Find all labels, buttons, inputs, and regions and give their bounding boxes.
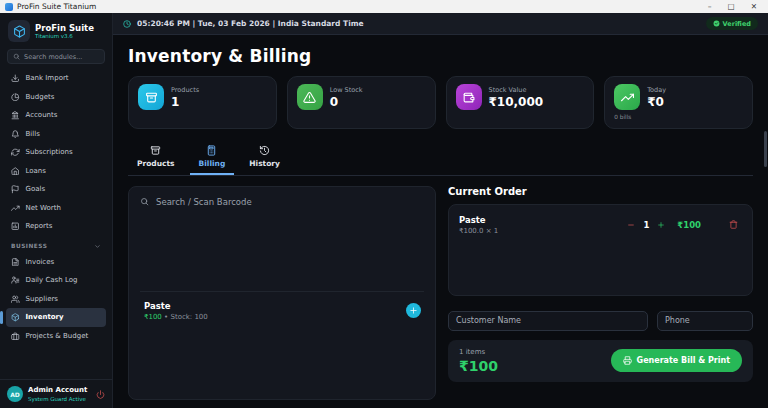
stat-value: 0 bbox=[330, 95, 363, 109]
sidebar-section-business[interactable]: BUSINESS bbox=[6, 236, 106, 253]
box-icon bbox=[145, 91, 158, 104]
stat-card-today: Today ₹0 0 bills bbox=[604, 76, 753, 129]
tab-history[interactable]: History bbox=[240, 141, 289, 175]
tab-billing[interactable]: Billing bbox=[190, 141, 235, 175]
sidebar-item-label: Inventory bbox=[26, 313, 64, 321]
logout-button[interactable] bbox=[96, 387, 105, 402]
low-stock-stat-icon bbox=[297, 84, 323, 110]
brand-logo-icon bbox=[8, 20, 30, 42]
module-search[interactable] bbox=[7, 49, 105, 64]
trending-up-icon bbox=[11, 204, 20, 213]
sidebar-nav: Bank Import Budgets Accounts Bills Subsc… bbox=[0, 69, 112, 379]
order-item-name: Paste bbox=[459, 215, 498, 225]
sidebar-item-projects-budget[interactable]: Projects & Budget bbox=[6, 327, 106, 346]
users-icon bbox=[11, 295, 20, 304]
add-to-order-button[interactable] bbox=[406, 303, 421, 318]
order-item-row: Paste ₹100.0 × 1 1 ₹100 bbox=[459, 215, 742, 236]
plus-icon bbox=[409, 306, 418, 315]
section-label: BUSINESS bbox=[11, 243, 47, 249]
minus-icon bbox=[627, 221, 635, 229]
sidebar-item-invoices[interactable]: Invoices bbox=[6, 253, 106, 272]
current-order-panel: Current Order Paste ₹100.0 × 1 1 bbox=[448, 186, 753, 401]
download-icon bbox=[11, 74, 20, 83]
sidebar-item-daily-cash-log[interactable]: Daily Cash Log bbox=[6, 271, 106, 290]
today-bills-count: 0 bills bbox=[614, 114, 743, 120]
sidebar-item-label: Projects & Budget bbox=[26, 332, 89, 340]
products-stat-icon bbox=[138, 84, 164, 110]
chevron-down-icon bbox=[94, 243, 101, 250]
sidebar-item-goals[interactable]: Goals bbox=[6, 180, 106, 199]
sidebar-item-label: Bills bbox=[26, 130, 40, 138]
datetime-text: 05:20:46 PM | Tue, 03 Feb 2026 | India S… bbox=[137, 19, 700, 28]
order-item-detail: ₹100.0 × 1 bbox=[459, 227, 498, 235]
sidebar-item-label: Reports bbox=[26, 222, 53, 230]
account-status: System Guard Active bbox=[28, 396, 87, 402]
sidebar-item-label: Daily Cash Log bbox=[26, 276, 78, 284]
generate-bill-button[interactable]: Generate Bill & Print bbox=[611, 349, 742, 372]
stat-value: ₹0 bbox=[647, 95, 666, 109]
sidebar-item-bank-import[interactable]: Bank Import bbox=[6, 69, 106, 88]
tab-products[interactable]: Products bbox=[128, 141, 184, 175]
sidebar-item-label: Suppliers bbox=[26, 295, 59, 303]
maximize-button[interactable]: □ bbox=[728, 3, 735, 11]
customer-fields bbox=[448, 311, 753, 331]
pie-chart-icon bbox=[11, 93, 20, 102]
barcode-search-input[interactable] bbox=[156, 197, 424, 207]
close-button[interactable]: ✕ bbox=[751, 3, 757, 11]
trash-icon bbox=[729, 220, 738, 229]
search-icon bbox=[13, 53, 20, 60]
remove-item-button[interactable] bbox=[729, 220, 738, 229]
increase-quantity-button[interactable] bbox=[657, 221, 665, 229]
brand-name: ProFin Suite bbox=[35, 23, 94, 33]
verified-badge: Verified bbox=[706, 17, 758, 30]
product-name: Paste bbox=[144, 301, 208, 311]
module-search-input[interactable] bbox=[24, 53, 99, 61]
clock-icon bbox=[123, 20, 131, 28]
order-items-card: Paste ₹100.0 × 1 1 ₹100 bbox=[448, 204, 753, 296]
phone-input[interactable] bbox=[657, 311, 753, 331]
sidebar-item-subscriptions[interactable]: Subscriptions bbox=[6, 143, 106, 162]
bar-chart-icon bbox=[11, 222, 20, 231]
app-icon bbox=[5, 3, 13, 11]
order-title: Current Order bbox=[448, 186, 753, 197]
box-icon bbox=[150, 145, 161, 156]
sidebar-item-accounts[interactable]: Accounts bbox=[6, 106, 106, 125]
sidebar-item-budgets[interactable]: Budgets bbox=[6, 88, 106, 107]
page-title: Inventory & Billing bbox=[128, 46, 753, 66]
sidebar-item-net-worth[interactable]: Net Worth bbox=[6, 199, 106, 218]
decrease-quantity-button[interactable] bbox=[627, 221, 635, 229]
bank-icon bbox=[11, 111, 20, 120]
product-search-panel: Paste ₹100 • Stock: 100 bbox=[128, 186, 436, 401]
account-footer: AD Admin Account System Guard Active bbox=[0, 379, 112, 408]
sidebar-item-inventory[interactable]: Inventory bbox=[6, 308, 106, 327]
generate-bill-label: Generate Bill & Print bbox=[637, 356, 730, 365]
stat-label: Low Stock bbox=[330, 86, 363, 94]
sidebar-item-reports[interactable]: Reports bbox=[6, 217, 106, 236]
stat-value: ₹10,000 bbox=[489, 95, 544, 109]
sidebar-item-loans[interactable]: Loans bbox=[6, 162, 106, 181]
file-text-icon bbox=[11, 258, 20, 267]
sidebar-item-bills[interactable]: Bills bbox=[6, 125, 106, 144]
stock-value-stat-icon bbox=[456, 84, 482, 110]
order-item-amount: ₹100 bbox=[677, 220, 701, 230]
home-icon bbox=[11, 167, 20, 176]
flag-icon bbox=[11, 185, 20, 194]
brand-version: Titanium v3.6 bbox=[35, 33, 94, 39]
order-total: ₹100 bbox=[459, 358, 498, 374]
printer-icon bbox=[623, 356, 632, 365]
sidebar: ProFin Suite Titanium v3.6 Bank Import B… bbox=[0, 13, 113, 408]
customer-name-input[interactable] bbox=[448, 311, 648, 331]
stat-card-low-stock: Low Stock 0 bbox=[287, 76, 436, 129]
product-meta: ₹100 • Stock: 100 bbox=[144, 313, 208, 321]
minimize-button[interactable]: – bbox=[708, 3, 712, 11]
bell-icon bbox=[11, 130, 20, 139]
product-stock: Stock: 100 bbox=[170, 313, 207, 321]
scrollbar-thumb[interactable] bbox=[764, 131, 767, 167]
tab-bar: Products Billing History bbox=[128, 141, 753, 176]
barcode-search[interactable] bbox=[140, 197, 424, 207]
avatar: AD bbox=[7, 386, 23, 402]
sidebar-item-suppliers[interactable]: Suppliers bbox=[6, 290, 106, 309]
sidebar-item-label: Net Worth bbox=[26, 204, 61, 212]
sidebar-item-label: Subscriptions bbox=[26, 148, 73, 156]
brand: ProFin Suite Titanium v3.6 bbox=[0, 13, 112, 47]
